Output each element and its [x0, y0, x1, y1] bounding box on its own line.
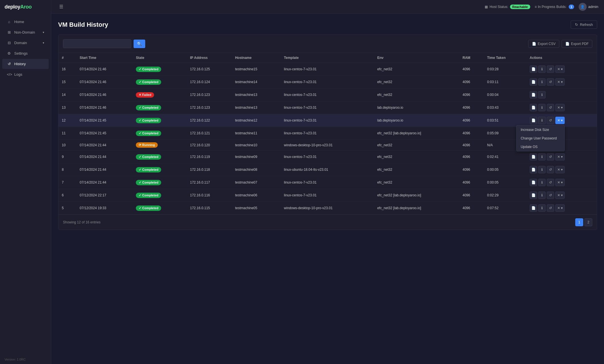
view-button[interactable]: 📄	[530, 153, 537, 161]
cell-actions: 📄 ℹ ↺ ✕ ▾	[526, 151, 597, 163]
refresh-row-button[interactable]: ↺	[547, 104, 554, 111]
more-actions-button[interactable]: ✕ ▾	[555, 153, 565, 161]
view-button[interactable]: 📄	[530, 192, 537, 199]
view-button[interactable]: 📄	[530, 91, 537, 98]
info-button[interactable]: ℹ	[538, 192, 546, 199]
version-text: Version: 1.0RC	[0, 355, 51, 364]
table-wrapper: # Start Time State IP Address Hostname T…	[58, 53, 597, 215]
more-actions-button[interactable]: ✕ ▾	[555, 166, 565, 173]
cell-env: efc_net32	[374, 140, 459, 151]
sidebar-item-label: Home	[14, 20, 24, 24]
cell-ram: 4096	[459, 114, 484, 127]
cell-ip: 172.16.0.123	[187, 101, 232, 114]
more-actions-button[interactable]: ✕ ▾	[555, 204, 565, 212]
info-button[interactable]: ℹ	[538, 78, 546, 86]
user-menu[interactable]: 👤 admin	[579, 3, 598, 11]
info-button[interactable]: ℹ	[538, 104, 546, 111]
cell-actions: 📄 ℹ ↺ ✕ ▾	[526, 101, 597, 114]
actions-cell: 📄 ℹ ↺ ✕ ▾	[530, 166, 593, 173]
sidebar-item-logs[interactable]: </> Logs	[2, 69, 49, 79]
refresh-row-button[interactable]: ↺	[547, 65, 554, 73]
cell-state: ✓ Completed	[132, 101, 187, 114]
menu-toggle-button[interactable]: ☰	[57, 3, 65, 11]
view-button[interactable]: 📄	[530, 104, 537, 111]
view-button[interactable]: 📄	[530, 117, 537, 124]
dropdown-menu-item[interactable]: Increase Disk Size	[517, 126, 564, 134]
view-button[interactable]: 📄	[530, 166, 537, 173]
cell-state: ✓ Completed	[132, 176, 187, 189]
info-button[interactable]: ℹ	[538, 65, 546, 73]
page-1-button[interactable]: 1	[575, 218, 583, 226]
refresh-row-button[interactable]: ↺	[547, 78, 554, 86]
cell-hostname: testmachine13	[232, 89, 280, 101]
cell-template: windows-desktop-10-pro-v23.01	[280, 202, 374, 215]
cell-hostname: testmachine06	[232, 189, 280, 202]
search-button[interactable]: 🔍	[134, 40, 145, 48]
cell-hostname: testmachine14	[232, 76, 280, 89]
info-button[interactable]: ℹ	[538, 91, 546, 98]
table-row: 13 07/14/2024 21:46 ✓ Completed 172.16.0…	[58, 101, 597, 114]
refresh-button[interactable]: ↻ Refresh	[571, 20, 597, 29]
cell-start-time: 07/12/2024 22:17	[76, 189, 132, 202]
cell-ip: 172.16.0.117	[187, 176, 232, 189]
more-actions-button[interactable]: ✕ ▾	[555, 65, 565, 73]
dropdown-menu-item[interactable]: Update OS	[517, 143, 564, 151]
info-button[interactable]: ℹ	[538, 204, 546, 212]
host-status-value: Reachable	[510, 5, 530, 9]
view-button[interactable]: 📄	[530, 78, 537, 86]
refresh-row-button[interactable]: ↺	[547, 166, 554, 173]
cell-num: 5	[58, 202, 76, 215]
cell-num: 8	[58, 163, 76, 176]
more-actions-button[interactable]: ✕ ▾	[555, 78, 565, 86]
cell-env: lab.deployaroo.io	[374, 101, 459, 114]
view-button[interactable]: 📄	[530, 65, 537, 73]
status-badge: ✓ Completed	[136, 205, 161, 211]
cell-hostname: testmachine11	[232, 127, 280, 140]
sidebar-item-domain[interactable]: ⊟ Domain ▾	[2, 38, 49, 48]
more-actions-button[interactable]: ✕ ▾	[555, 104, 565, 111]
cell-num: 9	[58, 151, 76, 163]
sidebar-item-non-domain[interactable]: ⊞ Non-Domain ▾	[2, 27, 49, 37]
info-button[interactable]: ℹ	[538, 166, 546, 173]
cell-state: ✓ Completed	[132, 76, 187, 89]
export-pdf-button[interactable]: 📄 Export PDF	[562, 40, 592, 48]
sidebar-item-home[interactable]: ⌂ Home	[2, 17, 49, 27]
view-button[interactable]: 📄	[530, 204, 537, 212]
info-button[interactable]: ℹ	[538, 153, 546, 161]
more-actions-button[interactable]: ✕ ▾	[555, 179, 565, 186]
page-2-button[interactable]: 2	[584, 218, 592, 226]
table-row: 15 07/14/2024 21:46 ✓ Completed 172.16.0…	[58, 76, 597, 89]
refresh-row-button[interactable]: ↺	[547, 153, 554, 161]
view-button[interactable]: 📄	[530, 179, 537, 186]
cell-hostname: testmachine10	[232, 140, 280, 151]
more-actions-button[interactable]: ✕ ▾	[555, 117, 565, 124]
cell-hostname: testmachine08	[232, 163, 280, 176]
cell-ram: 4096	[459, 176, 484, 189]
domain-icon: ⊟	[7, 41, 11, 45]
dropdown-menu-item[interactable]: Change User Password	[517, 134, 564, 143]
in-progress-label: In Progress Builds:	[538, 5, 567, 9]
chevron-down-icon: ▾	[43, 41, 44, 44]
export-csv-button[interactable]: 📄 Export CSV	[528, 40, 559, 48]
col-num: #	[58, 53, 76, 63]
sidebar-item-settings[interactable]: ⚙ Settings	[2, 48, 49, 58]
info-button[interactable]: ℹ	[538, 179, 546, 186]
search-input[interactable]	[63, 39, 131, 48]
refresh-row-button[interactable]: ↺	[547, 117, 554, 124]
refresh-row-button[interactable]: ↺	[547, 192, 554, 199]
refresh-icon: ↻	[575, 22, 578, 27]
more-actions-button[interactable]: ✕ ▾	[555, 192, 565, 199]
cell-env: efc_net32 [lab.deployaroo.io]	[374, 127, 459, 140]
table-row: 5 07/12/2024 19:33 ✓ Completed 172.16.0.…	[58, 202, 597, 215]
refresh-row-button[interactable]: ↺	[547, 179, 554, 186]
cell-ram: 4096	[459, 76, 484, 89]
cell-ram: 4096	[459, 89, 484, 101]
refresh-row-button[interactable]: ↺	[547, 204, 554, 212]
cell-template: linux-ubuntu-18.04-lts-v23.01	[280, 163, 374, 176]
sidebar-item-history[interactable]: ↺ History	[2, 59, 49, 69]
table-toolbar: 🔍 📄 Export CSV 📄 Export PDF	[58, 35, 597, 53]
col-ip: IP Address	[187, 53, 232, 63]
info-button[interactable]: ℹ	[538, 117, 546, 124]
cell-actions: 📄 ℹ ↺ ✕ ▾	[526, 202, 597, 215]
vm-history-table: # Start Time State IP Address Hostname T…	[58, 53, 597, 215]
